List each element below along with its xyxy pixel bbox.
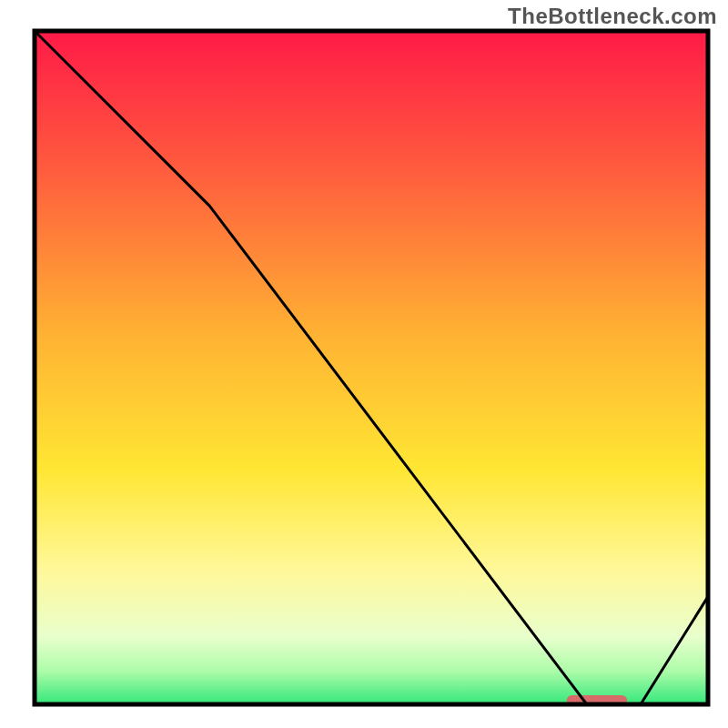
watermark-text: TheBottleneck.com <box>508 4 717 29</box>
chart-container: TheBottleneck.com <box>0 0 728 728</box>
bottleneck-chart <box>0 0 728 728</box>
